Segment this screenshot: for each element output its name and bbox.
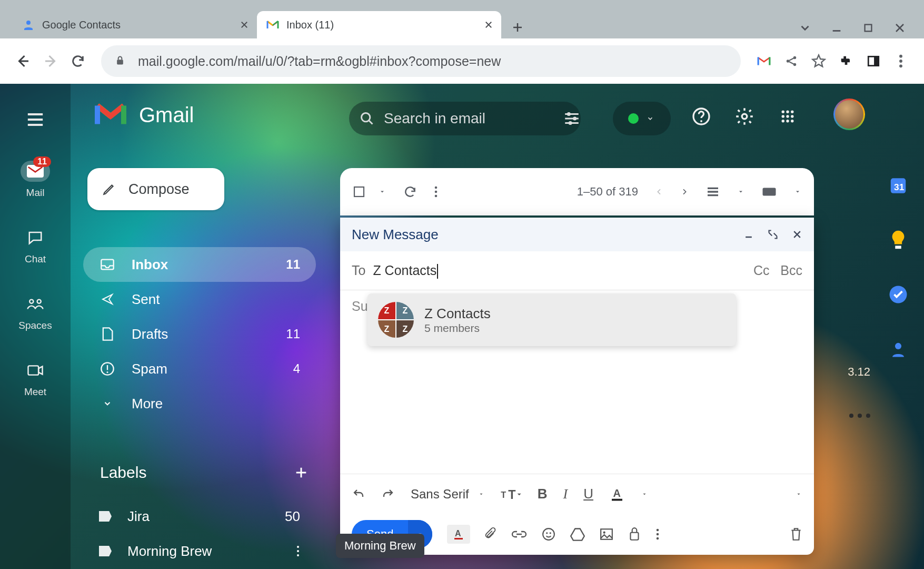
tab-inbox[interactable]: Inbox (11) bbox=[257, 11, 501, 38]
close-icon[interactable] bbox=[238, 18, 251, 31]
mail-toolbar: 1–50 of 319 bbox=[340, 168, 814, 215]
label-morning-brew[interactable]: Morning Brew bbox=[83, 534, 316, 568]
more-menu-icon[interactable] bbox=[434, 185, 438, 198]
text-color-icon[interactable]: A bbox=[609, 486, 625, 502]
rail-spaces[interactable]: Spaces bbox=[18, 293, 52, 331]
bold-icon[interactable]: B bbox=[538, 486, 548, 502]
svg-point-21 bbox=[742, 114, 747, 119]
extensions-icon[interactable] bbox=[832, 47, 860, 75]
rail-meet[interactable]: Meet bbox=[21, 360, 50, 398]
text-format-icon[interactable]: A bbox=[447, 525, 470, 544]
font-size-icon[interactable]: TT bbox=[501, 487, 522, 502]
close-icon[interactable] bbox=[792, 229, 802, 240]
nav-sent[interactable]: Sent bbox=[83, 282, 316, 317]
link-icon[interactable] bbox=[511, 529, 527, 539]
apps-icon[interactable] bbox=[777, 106, 798, 127]
page-next-icon[interactable] bbox=[680, 185, 689, 198]
contact-suggestion[interactable]: ZZ ZZ Z Contacts 5 members bbox=[367, 293, 736, 346]
close-icon[interactable] bbox=[482, 18, 495, 31]
tabs-dropdown-icon[interactable] bbox=[798, 21, 812, 35]
chevron-down-icon[interactable] bbox=[641, 492, 648, 497]
cc-button[interactable]: Cc bbox=[753, 263, 770, 278]
new-tab-button[interactable] bbox=[506, 16, 529, 38]
chevron-down-icon[interactable] bbox=[737, 189, 744, 195]
account-avatar[interactable] bbox=[833, 99, 865, 130]
keep-icon[interactable] bbox=[887, 228, 910, 251]
font-select[interactable]: Sans Serif bbox=[411, 487, 485, 502]
settings-icon[interactable] bbox=[734, 106, 755, 127]
label-count: 50 bbox=[285, 508, 300, 525]
pagination-range: 1–50 of 319 bbox=[577, 185, 638, 199]
redo-icon[interactable] bbox=[381, 488, 395, 501]
gmail-logo[interactable]: Gmail bbox=[95, 103, 194, 127]
density-icon[interactable] bbox=[706, 187, 720, 197]
svg-point-23 bbox=[786, 111, 789, 114]
status-pill[interactable] bbox=[613, 102, 671, 135]
confidential-icon[interactable] bbox=[628, 527, 641, 542]
underline-icon[interactable]: U bbox=[583, 486, 593, 502]
emoji-icon[interactable] bbox=[542, 527, 555, 541]
main-menu-button[interactable] bbox=[26, 104, 44, 135]
window-controls bbox=[798, 21, 924, 38]
minimize-icon[interactable] bbox=[743, 229, 754, 240]
drive-icon[interactable] bbox=[570, 527, 585, 541]
label-menu-icon[interactable] bbox=[296, 545, 300, 557]
select-dropdown-icon[interactable] bbox=[378, 189, 386, 195]
to-field[interactable]: To Z Contacts Cc Bcc bbox=[340, 251, 814, 290]
add-label-button[interactable] bbox=[292, 463, 311, 482]
svg-point-39 bbox=[435, 191, 438, 193]
search-input[interactable]: Search in email bbox=[349, 102, 581, 135]
overflow-icon[interactable] bbox=[849, 414, 870, 418]
share-icon[interactable] bbox=[778, 47, 805, 75]
address-bar[interactable]: mail.google.com/mail/u/0/?tab=rm&ogbl#in… bbox=[101, 45, 741, 77]
calendar-icon[interactable]: 31 bbox=[887, 173, 910, 197]
labels-header: Labels bbox=[100, 463, 311, 482]
contacts-side-icon[interactable] bbox=[887, 338, 910, 361]
svg-rect-47 bbox=[454, 538, 463, 539]
star-icon[interactable] bbox=[805, 47, 832, 75]
maximize-icon[interactable] bbox=[861, 21, 876, 35]
nav-inbox[interactable]: Inbox 11 bbox=[83, 247, 316, 282]
select-checkbox[interactable] bbox=[353, 185, 365, 198]
insert-image-icon[interactable] bbox=[600, 528, 613, 541]
search-options-icon[interactable] bbox=[558, 107, 585, 130]
input-tools-icon[interactable] bbox=[761, 186, 777, 198]
chevron-down-icon[interactable] bbox=[794, 189, 801, 195]
rail-chat[interactable]: Chat bbox=[21, 227, 50, 265]
expand-icon[interactable] bbox=[768, 229, 778, 240]
nav-label: Sent bbox=[132, 291, 160, 308]
forward-button[interactable] bbox=[37, 47, 64, 75]
reload-button[interactable] bbox=[64, 47, 92, 75]
compose-button[interactable]: Compose bbox=[87, 168, 224, 210]
menu-icon[interactable] bbox=[887, 47, 915, 75]
italic-icon[interactable]: I bbox=[563, 486, 568, 502]
browser-chrome: Google Contacts Inbox (11) bbox=[0, 0, 924, 84]
back-button[interactable] bbox=[9, 47, 37, 75]
sidepanel-icon[interactable] bbox=[860, 47, 887, 75]
label-jira[interactable]: Jira 50 bbox=[83, 499, 316, 534]
delete-draft-icon[interactable] bbox=[790, 527, 802, 542]
svg-text:A: A bbox=[455, 529, 461, 538]
tab-contacts[interactable]: Google Contacts bbox=[13, 11, 257, 38]
more-format-icon[interactable] bbox=[795, 492, 802, 497]
spam-icon bbox=[99, 361, 116, 376]
tasks-icon[interactable] bbox=[887, 283, 910, 306]
more-options-icon[interactable] bbox=[655, 528, 660, 541]
nav-drafts[interactable]: Drafts 11 bbox=[83, 317, 316, 351]
gmail-extension-icon[interactable] bbox=[750, 47, 778, 75]
undo-icon[interactable] bbox=[352, 488, 365, 501]
page-prev-icon[interactable] bbox=[655, 185, 663, 198]
attach-icon[interactable] bbox=[485, 527, 496, 541]
nav-spam[interactable]: Spam 4 bbox=[83, 351, 316, 386]
svg-text:31: 31 bbox=[894, 182, 905, 192]
rail-mail[interactable]: 11 Mail bbox=[21, 161, 50, 199]
minimize-icon[interactable] bbox=[829, 21, 844, 35]
bcc-button[interactable]: Bcc bbox=[780, 263, 802, 278]
svg-point-36 bbox=[297, 554, 299, 556]
help-icon[interactable] bbox=[691, 106, 712, 127]
nav-more[interactable]: More bbox=[83, 386, 316, 421]
compose-titlebar[interactable]: New Message bbox=[340, 218, 814, 251]
close-window-icon[interactable] bbox=[892, 21, 907, 35]
rail-label: Chat bbox=[25, 253, 46, 265]
refresh-button[interactable] bbox=[403, 185, 417, 199]
